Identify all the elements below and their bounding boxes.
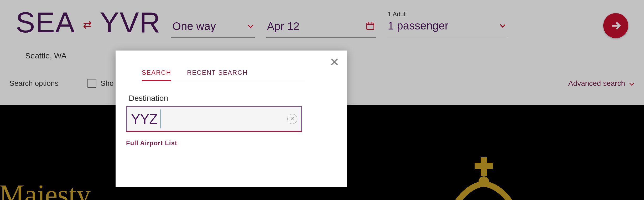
chevron-down-icon: [499, 22, 506, 29]
text-cursor: [160, 109, 161, 128]
chevron-down-icon: [247, 23, 254, 30]
search-options-label: Search options: [9, 79, 59, 88]
calendar-icon: [366, 21, 375, 32]
advanced-search-link[interactable]: Advanced search: [568, 79, 635, 88]
to-airport-code[interactable]: YVR: [100, 8, 161, 37]
input-underline: [126, 131, 302, 132]
from-city-label: Seattle, WA: [25, 51, 66, 60]
destination-label: Destination: [129, 94, 336, 103]
full-airport-list-link[interactable]: Full Airport List: [126, 139, 336, 147]
trip-type-select[interactable]: One way: [171, 15, 255, 38]
date-value: Apr 12: [267, 20, 299, 33]
show-checkbox-label-partial: Sho: [101, 79, 114, 88]
search-submit-button[interactable]: [603, 13, 628, 38]
clear-input-button[interactable]: ✕: [287, 114, 297, 124]
destination-input[interactable]: [126, 106, 302, 132]
advanced-search-label: Advanced search: [568, 79, 625, 88]
close-icon[interactable]: ✕: [330, 56, 339, 68]
chevron-down-icon: [629, 81, 635, 86]
svg-rect-9: [475, 163, 493, 169]
passengers-summary: 1 passenger: [388, 19, 448, 32]
search-row: SEA ⇄ YVR One way Apr 12 1 Adult 1 passe…: [16, 8, 628, 38]
hero-text: Majesty: [0, 178, 91, 200]
destination-input-wrap: ✕: [126, 106, 302, 132]
crown-icon: [447, 157, 521, 200]
show-checkbox[interactable]: [87, 79, 96, 88]
date-select[interactable]: Apr 12: [266, 15, 376, 38]
swap-icon[interactable]: ⇄: [83, 18, 92, 31]
svg-point-12: [479, 176, 489, 187]
passengers-select[interactable]: 1 Adult 1 passenger: [387, 11, 507, 37]
popup-tabs: SEARCH RECENT SEARCH: [142, 69, 305, 81]
from-airport-code[interactable]: SEA: [16, 8, 75, 37]
trip-type-value: One way: [172, 20, 216, 33]
tab-recent-search[interactable]: RECENT SEARCH: [187, 69, 248, 81]
passengers-summary-top: 1 Adult: [387, 11, 507, 18]
from-to-group: SEA ⇄ YVR: [16, 8, 161, 37]
svg-rect-0: [367, 23, 374, 29]
tab-search[interactable]: SEARCH: [142, 69, 171, 81]
destination-popup: ✕ SEARCH RECENT SEARCH Destination ✕ Ful…: [116, 51, 347, 187]
